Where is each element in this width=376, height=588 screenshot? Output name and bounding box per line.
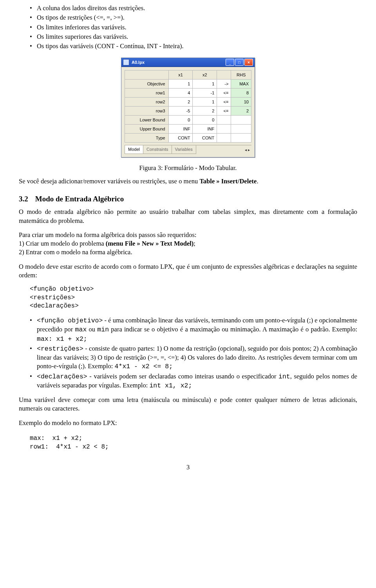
cell[interactable] [231,116,251,125]
cell[interactable]: 1 [193,98,217,107]
row-label: Upper Bound [125,125,169,134]
cell-rhs[interactable]: 2 [231,107,251,116]
cell[interactable]: CONT [193,134,217,143]
definition-list: <função objetivo> - é uma combinação lin… [19,316,357,390]
table-row: Objective 1 1 -> MAX [125,80,251,89]
tag-declaracoes: <declarações> [37,373,87,380]
col-rhs: RHS [231,71,251,80]
list-item: <restrições> - consiste de quatro partes… [37,344,357,371]
cell[interactable] [217,134,231,143]
cell[interactable]: 1 [168,80,193,89]
row-label: row1 [125,89,169,98]
col-blank [125,71,169,80]
list-item: A coluna dos lados direitos das restriçõ… [37,4,357,13]
tab-constraints[interactable]: Constraints [143,145,172,154]
table-row: Lower Bound 0 0 [125,116,251,125]
row-label: Type [125,134,169,143]
tag-funcao-objetivo: <função objetivo> [37,317,103,324]
top-bullet-list: A coluna dos lados direitos das restriçõ… [19,4,357,51]
table-row: row2 2 1 <= 10 [125,98,251,107]
cell[interactable]: -5 [168,107,193,116]
cell[interactable]: INF [168,125,193,134]
cell-rhs[interactable]: MAX [231,80,251,89]
row-label: Objective [125,80,169,89]
minimize-button[interactable]: _ [226,59,234,66]
maximize-button[interactable]: □ [235,59,244,66]
cell[interactable]: 1 [193,80,217,89]
col-x1: x1 [168,71,193,80]
col-rel [217,71,231,80]
cell-rhs[interactable]: 10 [231,98,251,107]
table-row: Upper Bound INF INF [125,125,251,134]
row-label: row2 [125,98,169,107]
cell[interactable]: 0 [193,116,217,125]
paragraph-var-rules: Uma variável deve começar com uma letra … [19,396,357,413]
close-button[interactable]: × [244,59,253,66]
menu-path: Table » Insert/Delete [199,177,257,185]
paragraph-format: O modelo deve estar escrito de acordo co… [19,262,357,280]
model-grid: x1 x2 RHS Objective 1 1 -> MAX row1 4 -1… [125,70,251,143]
app-window: A0.lpx _ □ × x1 x2 RHS Objective 1 1 [121,58,255,157]
code-block-structure: <função objetivo> <restrições> <declaraç… [30,285,357,311]
list-item: Os limites inferiores das variáveis. [37,23,357,32]
paragraph-steps: Para criar um modelo na forma algébrica … [19,231,357,257]
list-item: Os tipos das variáveis (CONT - Contínua,… [37,42,357,51]
cell[interactable]: 0 [168,116,193,125]
page-number: 3 [19,463,357,472]
cell[interactable]: 2 [168,98,193,107]
col-x2: x2 [193,71,217,80]
section-heading: 3.2Modo de Entrada Algébrico [19,194,357,204]
figure-screenshot: A0.lpx _ □ × x1 x2 RHS Objective 1 1 [19,58,357,157]
row-label: row3 [125,107,169,116]
list-item: Os limites superiores das variáveis. [37,33,357,41]
cell[interactable] [217,125,231,134]
cell[interactable]: <= [217,89,231,98]
paragraph-intro: O modo de entrada algébrico não permite … [19,208,357,225]
table-row: Type CONT CONT [125,134,251,143]
tab-variables[interactable]: Variables [172,145,196,154]
cell[interactable]: 4 [168,89,193,98]
app-icon [123,59,129,65]
figure-caption: Figura 3: Formulário - Modo Tabular. [19,164,357,172]
cell[interactable] [217,116,231,125]
code-block-example: max: x1 + x2; row1: 4*x1 - x2 < 8; [30,434,357,451]
tabstrip: Model Constraints Variables ◂ ▸ [125,145,251,154]
list-item: <função objetivo> - é uma combinação lin… [37,316,357,344]
table-row: row3 -5 2 <= 2 [125,107,251,116]
table-row: row1 4 -1 <= 8 [125,89,251,98]
window-title: A0.lpx [132,60,226,65]
section-title: Modo de Entrada Algébrico [35,195,124,203]
cell[interactable]: INF [193,125,217,134]
tab-model[interactable]: Model [125,145,143,154]
paragraph-insert-delete: Se você deseja adicionar/remover variáve… [19,177,357,186]
table-header-row: x1 x2 RHS [125,71,251,80]
titlebar: A0.lpx _ □ × [121,58,255,67]
tag-restricoes: <restrições> [37,345,83,353]
menu-path: (menu File » New » Text Model) [106,240,194,247]
cell[interactable] [231,125,251,134]
row-label: Lower Bound [125,116,169,125]
cell[interactable]: CONT [168,134,193,143]
list-item: Os tipos de restrições (<=, =, >=). [37,13,357,22]
cell[interactable]: <= [217,107,231,116]
cell[interactable] [231,134,251,143]
cell[interactable]: -1 [193,89,217,98]
tab-nav-arrows-icon[interactable]: ◂ ▸ [243,147,251,153]
list-item: <declarações> - variáveis podem ser decl… [37,372,357,391]
cell-rhs[interactable]: 8 [231,89,251,98]
cell[interactable]: -> [217,80,231,89]
section-number: 3.2 [19,195,28,203]
paragraph-example-lead: Exemplo do modelo no formato LPX: [19,419,357,427]
cell[interactable]: <= [217,98,231,107]
cell[interactable]: 2 [193,107,217,116]
